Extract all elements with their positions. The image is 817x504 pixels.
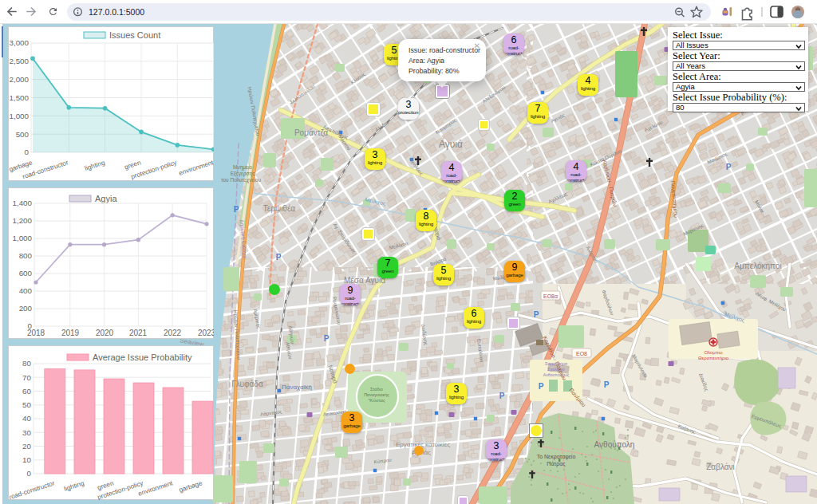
- svg-text:Αγυιά: Αγυιά: [439, 139, 463, 150]
- svg-text:2018: 2018: [27, 329, 45, 337]
- svg-text:"Κώστας: "Κώστας: [368, 398, 385, 403]
- svg-text:60: 60: [22, 387, 31, 396]
- svg-text:200: 200: [19, 304, 33, 313]
- svg-text:0: 0: [25, 148, 30, 156]
- svg-text:P: P: [539, 382, 544, 391]
- svg-text:green: green: [124, 159, 142, 171]
- svg-text:600: 600: [19, 269, 33, 278]
- svg-text:1,400: 1,400: [12, 199, 32, 207]
- svg-text:ΕΟ8: ΕΟ8: [576, 351, 587, 356]
- svg-text:500: 500: [16, 130, 30, 139]
- svg-text:400: 400: [19, 286, 33, 295]
- svg-text:Ολύμπιο: Ολύμπιο: [704, 350, 723, 355]
- svg-text:Στάδιο: Στάδιο: [370, 387, 383, 392]
- svg-text:10: 10: [22, 455, 31, 464]
- svg-text:40: 40: [22, 414, 31, 423]
- svg-text:P: P: [499, 392, 505, 400]
- svg-text:Παναγυιακής: Παναγυιακής: [364, 392, 389, 397]
- svg-text:P: P: [726, 163, 732, 171]
- svg-text:Average Issue Probability: Average Issue Probability: [93, 352, 192, 362]
- svg-text:800: 800: [19, 251, 33, 260]
- svg-text:70: 70: [22, 373, 31, 382]
- svg-text:0: 0: [27, 469, 32, 478]
- svg-text:Agyia: Agyia: [95, 194, 117, 203]
- svg-text:Εξέγερσης: Εξέγερσης: [231, 171, 255, 177]
- svg-text:Πάτρας: Πάτρας: [547, 461, 566, 467]
- svg-text:1,200: 1,200: [12, 216, 32, 225]
- svg-text:2020: 2020: [96, 329, 114, 337]
- svg-text:P: P: [234, 205, 239, 214]
- svg-text:30: 30: [22, 428, 31, 437]
- svg-text:P: P: [324, 334, 330, 343]
- svg-text:2023: 2023: [198, 329, 214, 337]
- svg-text:2,500: 2,500: [10, 57, 30, 65]
- svg-text:Τερψιθέα: Τερψιθέα: [263, 204, 296, 213]
- svg-text:του Πολυτεχνείου: του Πολυτεχνείου: [221, 177, 261, 183]
- svg-text:1,500: 1,500: [10, 93, 30, 102]
- svg-text:2019: 2019: [61, 329, 80, 337]
- svg-text:Ρομάντζα: Ρομάντζα: [294, 128, 328, 138]
- svg-text:road-constructor: road-constructor: [10, 479, 56, 500]
- svg-text:2022: 2022: [164, 329, 182, 337]
- svg-text:Παναχαϊκή: Παναχαϊκή: [282, 384, 312, 391]
- svg-text:garbage: garbage: [178, 479, 203, 494]
- svg-text:Ανθούπολη: Ανθούπολη: [594, 440, 635, 449]
- svg-text:P: P: [276, 253, 282, 262]
- svg-text:1,000: 1,000: [12, 234, 32, 242]
- svg-text:50: 50: [22, 400, 31, 409]
- svg-text:environment: environment: [137, 479, 174, 498]
- svg-text:2021: 2021: [129, 329, 148, 337]
- svg-text:Ζαβλάνι: Ζαβλάνι: [706, 463, 735, 471]
- svg-text:lighting: lighting: [63, 479, 85, 493]
- svg-text:P: P: [534, 310, 539, 319]
- svg-text:3,000: 3,000: [10, 38, 30, 47]
- svg-text:environment: environment: [178, 159, 214, 177]
- svg-text:80: 80: [22, 359, 31, 368]
- svg-text:1,000: 1,000: [10, 112, 30, 120]
- svg-text:lighting: lighting: [84, 159, 106, 172]
- svg-text:Θεραπευτήριο: Θεραπευτήριο: [698, 356, 729, 360]
- svg-text:Γλυφάδα: Γλυφάδα: [231, 380, 263, 388]
- svg-text:Το Νεκροταφείο: Το Νεκροταφείο: [537, 454, 576, 460]
- svg-text:ΕΟ8α: ΕΟ8α: [543, 293, 558, 299]
- svg-text:2,000: 2,000: [10, 75, 30, 84]
- svg-text:Αμπελόκηποι: Αμπελόκηποι: [734, 262, 781, 270]
- svg-text:Issues Count: Issues Count: [109, 30, 160, 40]
- svg-text:P: P: [604, 380, 610, 389]
- svg-text:Μνημείο: Μνημείο: [233, 164, 252, 171]
- svg-text:Εργατικές κατοικίες: Εργατικές κατοικίες: [396, 441, 450, 448]
- svg-text:20: 20: [22, 442, 31, 451]
